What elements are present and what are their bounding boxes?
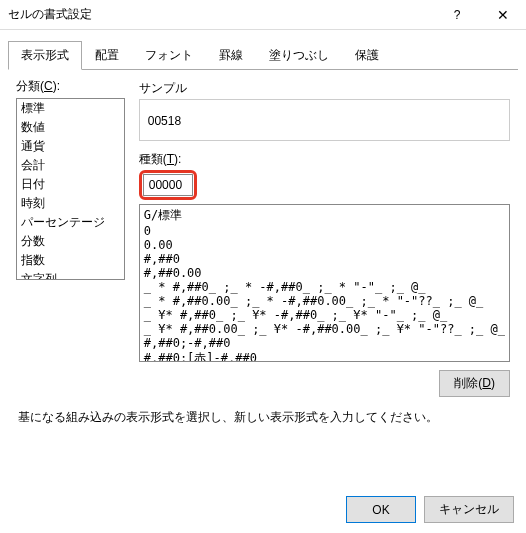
tab-alignment[interactable]: 配置 <box>82 41 132 70</box>
tab-format[interactable]: 表示形式 <box>8 41 82 70</box>
tab-protection[interactable]: 保護 <box>342 41 392 70</box>
window-title: セルの書式設定 <box>8 6 434 23</box>
category-item[interactable]: 通貨 <box>17 137 124 156</box>
ok-button[interactable]: OK <box>346 496 416 523</box>
delete-button[interactable]: 削除(D) <box>439 370 510 397</box>
cancel-button[interactable]: キャンセル <box>424 496 514 523</box>
format-item[interactable]: #,##0;[赤]-#,##0 <box>140 350 509 362</box>
format-item[interactable]: 0.00 <box>140 238 509 252</box>
category-item[interactable]: 時刻 <box>17 194 124 213</box>
format-item[interactable]: _ ¥* #,##0_ ;_ ¥* -#,##0_ ;_ ¥* "-"_ ;_ … <box>140 308 509 322</box>
category-item[interactable]: 数値 <box>17 118 124 137</box>
hint-text: 基になる組み込みの表示形式を選択し、新しい表示形式を入力してください。 <box>16 409 510 426</box>
format-item[interactable]: #,##0;-#,##0 <box>140 336 509 350</box>
titlebar: セルの書式設定 ? ✕ <box>0 0 526 30</box>
format-listbox[interactable]: G/標準00.00#,##0#,##0.00_ * #,##0_ ;_ * -#… <box>139 204 510 362</box>
category-item[interactable]: 会計 <box>17 156 124 175</box>
type-input[interactable] <box>143 174 193 196</box>
tab-fill[interactable]: 塗りつぶし <box>256 41 342 70</box>
help-button[interactable]: ? <box>434 0 480 30</box>
sample-box: 00518 <box>139 99 510 141</box>
tabstrip: 表示形式 配置 フォント 罫線 塗りつぶし 保護 <box>8 40 518 70</box>
category-item[interactable]: 分数 <box>17 232 124 251</box>
category-label: 分類(C): <box>16 78 125 95</box>
format-item[interactable]: _ * #,##0.00_ ;_ * -#,##0.00_ ;_ * "-"??… <box>140 294 509 308</box>
category-item[interactable]: 指数 <box>17 251 124 270</box>
format-item[interactable]: _ * #,##0_ ;_ * -#,##0_ ;_ * "-"_ ;_ @_ <box>140 280 509 294</box>
tab-border[interactable]: 罫線 <box>206 41 256 70</box>
sample-label: サンプル <box>139 80 510 97</box>
format-item[interactable]: #,##0.00 <box>140 266 509 280</box>
type-label: 種類(T): <box>139 151 510 168</box>
tab-font[interactable]: フォント <box>132 41 206 70</box>
format-item[interactable]: 0 <box>140 224 509 238</box>
category-item[interactable]: パーセンテージ <box>17 213 124 232</box>
format-item[interactable]: _ ¥* #,##0.00_ ;_ ¥* -#,##0.00_ ;_ ¥* "-… <box>140 322 509 336</box>
close-button[interactable]: ✕ <box>480 0 526 30</box>
format-item[interactable]: #,##0 <box>140 252 509 266</box>
category-item[interactable]: 日付 <box>17 175 124 194</box>
sample-value: 00518 <box>148 114 181 128</box>
category-listbox[interactable]: 標準数値通貨会計日付時刻パーセンテージ分数指数文字列その他ユーザー定義 <box>16 98 125 280</box>
category-item[interactable]: 文字列 <box>17 270 124 280</box>
format-item[interactable]: G/標準 <box>140 207 509 224</box>
dialog-footer: OK キャンセル <box>346 496 514 523</box>
type-input-highlight <box>139 170 197 200</box>
category-item[interactable]: 標準 <box>17 99 124 118</box>
